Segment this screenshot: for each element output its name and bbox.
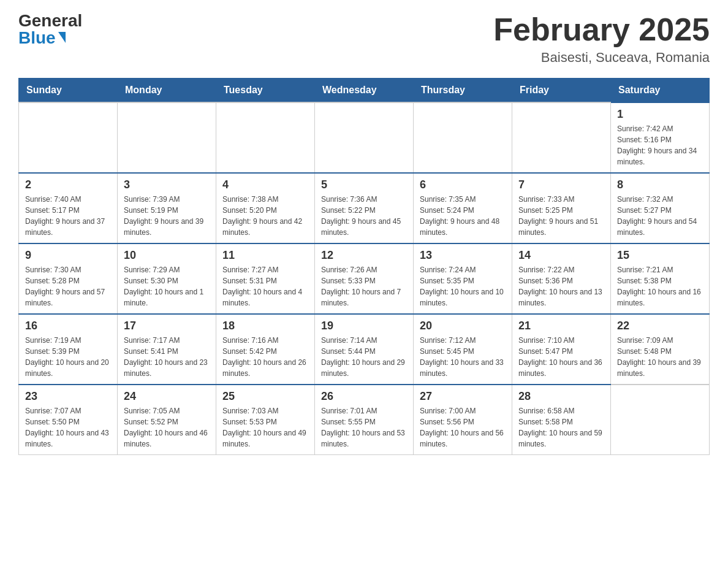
calendar-cell: 8Sunrise: 7:32 AMSunset: 5:27 PMDaylight… [611, 173, 710, 243]
day-number: 9 [25, 249, 111, 262]
calendar-cell: 13Sunrise: 7:24 AMSunset: 5:35 PMDayligh… [414, 243, 512, 314]
day-info: Sunrise: 7:36 AMSunset: 5:22 PMDaylight:… [321, 194, 407, 238]
day-number: 2 [25, 178, 111, 191]
day-number: 26 [321, 390, 407, 403]
calendar-cell: 17Sunrise: 7:17 AMSunset: 5:41 PMDayligh… [118, 314, 216, 385]
day-info: Sunrise: 7:24 AMSunset: 5:35 PMDaylight:… [420, 264, 506, 308]
day-info: Sunrise: 7:27 AMSunset: 5:31 PMDaylight:… [222, 264, 308, 308]
day-info: Sunrise: 7:35 AMSunset: 5:24 PMDaylight:… [420, 194, 506, 238]
day-number: 14 [518, 249, 604, 262]
header-wednesday: Wednesday [315, 79, 414, 103]
day-info: Sunrise: 7:29 AMSunset: 5:30 PMDaylight:… [124, 264, 210, 308]
day-info: Sunrise: 7:00 AMSunset: 5:56 PMDaylight:… [420, 405, 506, 450]
calendar-cell: 10Sunrise: 7:29 AMSunset: 5:30 PMDayligh… [118, 243, 216, 314]
calendar-cell: 18Sunrise: 7:16 AMSunset: 5:42 PMDayligh… [216, 314, 315, 385]
day-number: 17 [124, 320, 210, 332]
day-info: Sunrise: 7:42 AMSunset: 5:16 PMDaylight:… [617, 123, 703, 167]
day-info: Sunrise: 7:14 AMSunset: 5:44 PMDaylight:… [321, 335, 407, 379]
header-tuesday: Tuesday [216, 79, 315, 103]
logo-general-text: General [18, 12, 82, 29]
calendar-cell: 12Sunrise: 7:26 AMSunset: 5:33 PMDayligh… [315, 243, 414, 314]
page-header: General Blue February 2025 Baisesti, Suc… [18, 12, 710, 66]
day-number: 23 [25, 390, 111, 403]
calendar-cell: 16Sunrise: 7:19 AMSunset: 5:39 PMDayligh… [19, 314, 118, 385]
day-number: 11 [222, 249, 308, 262]
calendar-cell: 19Sunrise: 7:14 AMSunset: 5:44 PMDayligh… [315, 314, 414, 385]
calendar-subtitle: Baisesti, Suceava, Romania [493, 50, 710, 66]
header-monday: Monday [118, 79, 216, 103]
day-info: Sunrise: 7:22 AMSunset: 5:36 PMDaylight:… [518, 264, 604, 308]
day-info: Sunrise: 6:58 AMSunset: 5:58 PMDaylight:… [518, 405, 604, 450]
calendar-cell: 24Sunrise: 7:05 AMSunset: 5:52 PMDayligh… [118, 385, 216, 455]
day-number: 4 [222, 178, 308, 191]
calendar-cell: 20Sunrise: 7:12 AMSunset: 5:45 PMDayligh… [414, 314, 512, 385]
calendar-cell: 3Sunrise: 7:39 AMSunset: 5:19 PMDaylight… [118, 173, 216, 243]
calendar-cell: 22Sunrise: 7:09 AMSunset: 5:48 PMDayligh… [611, 314, 710, 385]
calendar-cell [512, 102, 611, 173]
day-info: Sunrise: 7:19 AMSunset: 5:39 PMDaylight:… [25, 335, 111, 379]
calendar-cell: 6Sunrise: 7:35 AMSunset: 5:24 PMDaylight… [414, 173, 512, 243]
calendar-cell: 15Sunrise: 7:21 AMSunset: 5:38 PMDayligh… [611, 243, 710, 314]
day-number: 27 [420, 390, 506, 403]
day-info: Sunrise: 7:10 AMSunset: 5:47 PMDaylight:… [518, 335, 604, 379]
calendar-cell [216, 102, 315, 173]
calendar-cell: 9Sunrise: 7:30 AMSunset: 5:28 PMDaylight… [19, 243, 118, 314]
day-info: Sunrise: 7:26 AMSunset: 5:33 PMDaylight:… [321, 264, 407, 308]
day-number: 24 [124, 390, 210, 403]
logo: General Blue [18, 12, 82, 47]
calendar-cell: 7Sunrise: 7:33 AMSunset: 5:25 PMDaylight… [512, 173, 611, 243]
day-number: 16 [25, 320, 111, 332]
day-info: Sunrise: 7:16 AMSunset: 5:42 PMDaylight:… [222, 335, 308, 379]
calendar-week-row: 9Sunrise: 7:30 AMSunset: 5:28 PMDaylight… [19, 243, 710, 314]
header-thursday: Thursday [414, 79, 512, 103]
day-info: Sunrise: 7:07 AMSunset: 5:50 PMDaylight:… [25, 405, 111, 450]
day-info: Sunrise: 7:33 AMSunset: 5:25 PMDaylight:… [518, 194, 604, 238]
day-number: 18 [222, 320, 308, 332]
day-number: 6 [420, 178, 506, 191]
day-info: Sunrise: 7:39 AMSunset: 5:19 PMDaylight:… [124, 194, 210, 238]
days-header-row: Sunday Monday Tuesday Wednesday Thursday… [19, 79, 710, 103]
calendar-cell [315, 102, 414, 173]
header-sunday: Sunday [19, 79, 118, 103]
day-number: 19 [321, 320, 407, 332]
day-info: Sunrise: 7:09 AMSunset: 5:48 PMDaylight:… [617, 335, 703, 379]
calendar-cell: 27Sunrise: 7:00 AMSunset: 5:56 PMDayligh… [414, 385, 512, 455]
day-number: 28 [518, 390, 604, 403]
calendar-cell: 5Sunrise: 7:36 AMSunset: 5:22 PMDaylight… [315, 173, 414, 243]
day-number: 21 [518, 320, 604, 332]
day-number: 10 [124, 249, 210, 262]
calendar-cell [414, 102, 512, 173]
calendar-cell: 1Sunrise: 7:42 AMSunset: 5:16 PMDaylight… [611, 102, 710, 173]
day-info: Sunrise: 7:03 AMSunset: 5:53 PMDaylight:… [222, 405, 308, 450]
day-number: 12 [321, 249, 407, 262]
header-saturday: Saturday [611, 79, 710, 103]
day-number: 13 [420, 249, 506, 262]
day-info: Sunrise: 7:30 AMSunset: 5:28 PMDaylight:… [25, 264, 111, 308]
calendar-title: February 2025 [493, 12, 710, 47]
day-info: Sunrise: 7:38 AMSunset: 5:20 PMDaylight:… [222, 194, 308, 238]
calendar-week-row: 2Sunrise: 7:40 AMSunset: 5:17 PMDaylight… [19, 173, 710, 243]
calendar-cell [118, 102, 216, 173]
day-info: Sunrise: 7:21 AMSunset: 5:38 PMDaylight:… [617, 264, 703, 308]
day-number: 20 [420, 320, 506, 332]
title-section: February 2025 Baisesti, Suceava, Romania [493, 12, 710, 66]
day-info: Sunrise: 7:17 AMSunset: 5:41 PMDaylight:… [124, 335, 210, 379]
calendar-cell: 4Sunrise: 7:38 AMSunset: 5:20 PMDaylight… [216, 173, 315, 243]
calendar-cell: 26Sunrise: 7:01 AMSunset: 5:55 PMDayligh… [315, 385, 414, 455]
day-number: 5 [321, 178, 407, 191]
day-number: 1 [617, 108, 703, 121]
calendar-cell: 21Sunrise: 7:10 AMSunset: 5:47 PMDayligh… [512, 314, 611, 385]
calendar-cell [611, 385, 710, 455]
calendar-cell: 28Sunrise: 6:58 AMSunset: 5:58 PMDayligh… [512, 385, 611, 455]
day-number: 8 [617, 178, 703, 191]
day-info: Sunrise: 7:01 AMSunset: 5:55 PMDaylight:… [321, 405, 407, 450]
day-info: Sunrise: 7:12 AMSunset: 5:45 PMDaylight:… [420, 335, 506, 379]
day-number: 25 [222, 390, 308, 403]
calendar-cell [19, 102, 118, 173]
calendar-body: 1Sunrise: 7:42 AMSunset: 5:16 PMDaylight… [19, 102, 710, 455]
header-friday: Friday [512, 79, 611, 103]
calendar-header: Sunday Monday Tuesday Wednesday Thursday… [19, 79, 710, 103]
calendar-table: Sunday Monday Tuesday Wednesday Thursday… [18, 78, 710, 455]
day-number: 7 [518, 178, 604, 191]
logo-triangle-icon [58, 32, 66, 43]
